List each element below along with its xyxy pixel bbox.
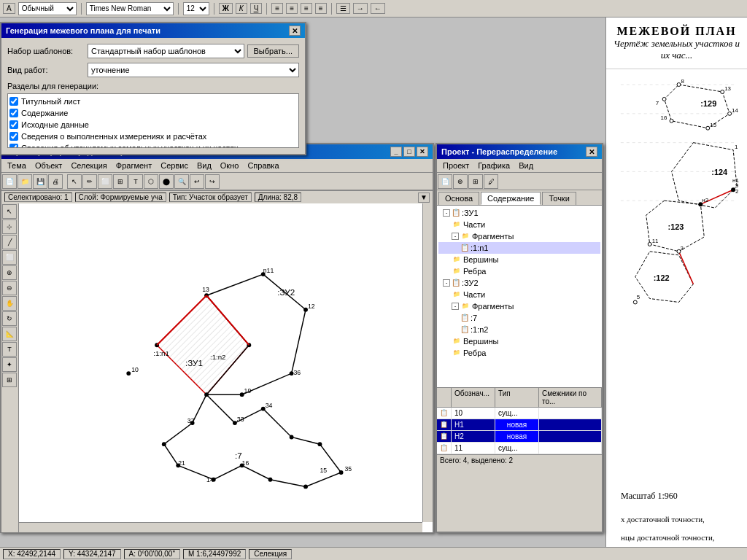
outdent-btn[interactable]: ← [371, 3, 385, 14]
svg-text::123: :123 [668, 222, 684, 231]
proj-tool-2[interactable]: ⊕ [453, 174, 468, 189]
tree-zu2-fragments[interactable]: - 📁 Фрагменты [438, 300, 600, 312]
templates-select[interactable]: Стандартный набор шаблонов [88, 44, 244, 58]
scroll-bottom[interactable] [19, 522, 422, 532]
dtool-zoom[interactable]: 🔍 [174, 174, 189, 189]
svg-text:н1: н1 [732, 177, 739, 184]
size-select[interactable]: 12 [183, 2, 209, 15]
dtool-draw3[interactable]: ⊞ [113, 174, 128, 189]
ltool-measure[interactable]: 📐 [2, 327, 17, 341]
dtool-save[interactable]: 💾 [33, 174, 47, 189]
tree-zu1-vertices[interactable]: 📁 Вершины [438, 254, 600, 265]
grid-cell-h1-neighbors [539, 419, 602, 430]
grid-row-h2[interactable]: 📋 Н2 новая [437, 431, 602, 443]
sep3 [214, 3, 214, 15]
menu-help[interactable]: Справка [243, 160, 283, 171]
italic-button[interactable]: К [236, 3, 247, 14]
style-select[interactable]: Обычный [18, 2, 77, 15]
project-close-btn[interactable]: ✕ [586, 147, 597, 157]
section-2-check[interactable] [9, 109, 18, 117]
scroll-right[interactable] [422, 203, 433, 522]
worktype-select[interactable]: уточнение [88, 63, 299, 77]
tree-zu1-fragments-expand[interactable]: - [452, 233, 459, 240]
tree-zu2-expand[interactable]: - [443, 279, 450, 287]
tree-zu2-chasti[interactable]: 📁 Части [438, 289, 600, 300]
menu-tema[interactable]: Тема [3, 160, 31, 171]
grid-row-10[interactable]: 📋 10 сущ... [437, 408, 602, 419]
list-btn[interactable]: ☰ [336, 3, 350, 14]
dtool-draw4[interactable]: T [128, 174, 143, 189]
menu-fragment[interactable]: Фрагмент [112, 160, 156, 171]
menu-service[interactable]: Сервис [156, 160, 193, 171]
underline-button[interactable]: Ч [250, 3, 263, 14]
tree-zu2-edges[interactable]: 📁 Ребра [438, 347, 600, 359]
align-justify-btn[interactable]: ≡ [315, 3, 327, 14]
dtool-draw5[interactable]: ⬡ [144, 174, 158, 189]
section-5-check[interactable] [9, 144, 18, 148]
dtool-print[interactable]: 🖨 [48, 174, 63, 189]
align-left-btn[interactable]: ≡ [271, 3, 283, 14]
tree-zu2-n2[interactable]: 📋 :1:n2 [438, 324, 600, 335]
tree-zu1-chasti[interactable]: 📁 Части [438, 219, 600, 230]
dtool-draw1[interactable]: ✏ [82, 174, 97, 189]
section-4-check[interactable] [9, 132, 18, 141]
proj-menu-graphics[interactable]: Графика [473, 160, 514, 171]
proj-menu-view[interactable]: Вид [514, 160, 538, 171]
tree-zu2-z7[interactable]: 📋 :7 [438, 312, 600, 324]
align-center-btn[interactable]: ≡ [286, 3, 298, 14]
tree-zu1-edges[interactable]: 📁 Ребра [438, 265, 600, 277]
proj-menu-project[interactable]: Проект [438, 160, 473, 171]
grid-row-11[interactable]: 📋 11 сущ... [437, 443, 602, 454]
dtool-draw6[interactable]: ⬤ [159, 174, 174, 189]
tab-points[interactable]: Точки [542, 192, 576, 205]
ltool-select[interactable]: ↖ [2, 204, 17, 219]
ltool-zoom-out[interactable]: ⊖ [2, 281, 17, 295]
tree-zu2[interactable]: - 📋 :ЗУ2 [438, 277, 600, 289]
dtool-select[interactable]: ↖ [67, 174, 82, 189]
drawing-close-btn[interactable]: ✕ [417, 147, 428, 157]
proj-tool-4[interactable]: 🖊 [484, 174, 498, 189]
ltool-grid[interactable]: ⊞ [2, 373, 17, 387]
tree-zu1-expand[interactable]: - [443, 209, 450, 217]
ltool-zoom-in[interactable]: ⊕ [2, 265, 17, 280]
grid-row-h1[interactable]: 📋 Н1 новая [437, 419, 602, 431]
ltool-rect[interactable]: ⬜ [2, 250, 17, 265]
tree-zu2-fragments-expand[interactable]: - [452, 303, 459, 310]
ltool-pan[interactable]: ✋ [2, 296, 17, 311]
tab-content[interactable]: Содержание [481, 192, 541, 205]
bold-button[interactable]: Ж [219, 3, 233, 14]
align-right-btn[interactable]: ≡ [301, 3, 312, 14]
proj-tool-1[interactable]: 📄 [438, 174, 452, 189]
menu-selection[interactable]: Селекция [66, 160, 111, 171]
dtool-draw2[interactable]: ⬜ [98, 174, 112, 189]
select-templates-btn[interactable]: Выбрать... [247, 44, 299, 58]
tree-zu2-vertices[interactable]: 📁 Вершины [438, 335, 600, 347]
canvas-area[interactable]: :ЗУ1 :1:n1 :1:n2 :ЗУ2 :7 [19, 203, 422, 522]
drawing-maximize-btn[interactable]: □ [403, 147, 415, 157]
ltool-text[interactable]: T [2, 342, 17, 357]
menu-view[interactable]: Вид [193, 160, 216, 171]
ltool-node[interactable]: ⊹ [2, 219, 17, 234]
ltool-rotate[interactable]: ↻ [2, 311, 17, 326]
section-1-check[interactable] [9, 97, 18, 106]
font-select[interactable]: Times New Roman [86, 2, 174, 15]
dtool-undo[interactable]: ↩ [190, 174, 204, 189]
gen-dialog-close[interactable]: ✕ [289, 26, 301, 36]
dtool-new[interactable]: 📄 [2, 174, 17, 189]
ltool-line[interactable]: ╱ [2, 235, 17, 249]
dtool-redo[interactable]: ↪ [205, 174, 220, 189]
toolbar-normal-btn[interactable]: A [3, 3, 15, 14]
tree-zu1-n1[interactable]: 📋 :1:n1 [438, 242, 600, 254]
ltool-snap[interactable]: ✦ [2, 357, 17, 372]
dtool-open[interactable]: 📁 [18, 174, 32, 189]
menu-window[interactable]: Окно [216, 160, 244, 171]
menu-object[interactable]: Объект [31, 160, 66, 171]
section-3-check[interactable] [9, 120, 18, 129]
tree-zu1[interactable]: - 📋 :ЗУ1 [438, 207, 600, 219]
drawing-options-btn[interactable]: ▼ [418, 192, 430, 203]
proj-tool-3[interactable]: ⊞ [468, 174, 483, 189]
indent-btn[interactable]: → [353, 3, 368, 14]
tab-osnova[interactable]: Основа [438, 192, 479, 205]
drawing-minimize-btn[interactable]: _ [390, 147, 402, 157]
tree-zu1-fragments[interactable]: - 📁 Фрагменты [438, 230, 600, 242]
